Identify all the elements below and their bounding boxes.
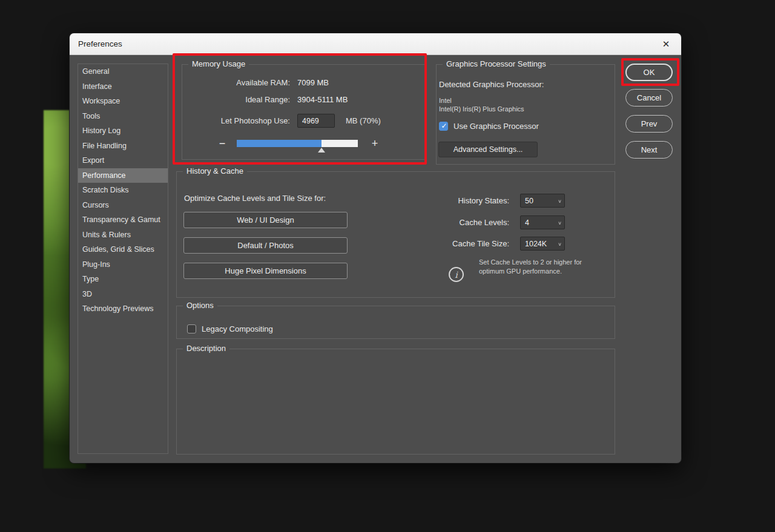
memory-usage-title: Memory Usage <box>188 59 249 68</box>
sidebar-item-file-handling[interactable]: File Handling <box>78 139 168 154</box>
memory-slider-track[interactable] <box>237 140 358 147</box>
options-section: Options ✓ Legacy Compositing <box>176 306 615 339</box>
options-title: Options <box>183 301 217 310</box>
ideal-range-row: Ideal Range: 3904-5111 MB <box>182 95 424 104</box>
sidebar-item-3d[interactable]: 3D <box>78 287 168 302</box>
memory-usage-section: Memory Usage Available RAM: 7099 MB Idea… <box>182 64 425 160</box>
cache-levels-row: Cache Levels: 4 ∨ <box>424 215 565 229</box>
advanced-settings-button[interactable]: Advanced Settings... <box>438 142 538 157</box>
use-graphics-processor-row: ✓ Use Graphics Processor <box>439 122 539 131</box>
sidebar-item-performance[interactable]: Performance <box>78 168 168 183</box>
cache-tile-size-row: Cache Tile Size: 1024K ∨ <box>424 237 565 251</box>
memory-slider-fill <box>237 140 322 147</box>
slider-increase-button[interactable]: + <box>369 137 381 149</box>
cancel-button[interactable]: Cancel <box>625 89 673 107</box>
sidebar-item-cursors[interactable]: Cursors <box>78 198 168 213</box>
ideal-range-label: Ideal Range: <box>182 95 290 104</box>
dialog-title: Preferences <box>78 39 122 48</box>
chevron-down-icon: ∨ <box>555 220 564 225</box>
close-button[interactable]: ✕ <box>658 33 674 55</box>
available-ram-value: 7099 MB <box>297 78 329 87</box>
prev-button[interactable]: Prev <box>625 115 673 133</box>
sidebar-item-history-log[interactable]: History Log <box>78 123 168 139</box>
use-graphics-processor-label[interactable]: Use Graphics Processor <box>453 122 539 131</box>
gpu-performance-note-line1: Set Cache Levels to 2 or higher for <box>479 258 582 267</box>
sidebar-item-technology-previews[interactable]: Technology Previews <box>78 301 168 317</box>
let-photoshop-use-row: Let Photoshop Use: MB (70%) <box>182 114 424 128</box>
gpu-performance-note: Set Cache Levels to 2 or higher for opti… <box>479 258 582 276</box>
legacy-compositing-checkbox[interactable]: ✓ <box>187 324 196 333</box>
cache-tile-size-select[interactable]: 1024K ∨ <box>520 237 565 251</box>
sidebar-item-scratch-disks[interactable]: Scratch Disks <box>78 183 168 198</box>
legacy-compositing-label[interactable]: Legacy Compositing <box>202 324 273 333</box>
sidebar-item-general[interactable]: General <box>78 64 168 79</box>
sidebar-item-guides-grid-slices[interactable]: Guides, Grid & Slices <box>78 242 168 257</box>
gpu-model: Intel(R) Iris(R) Plus Graphics <box>439 105 524 113</box>
history-states-label: History States: <box>424 196 509 205</box>
slider-decrease-button[interactable]: − <box>216 137 228 149</box>
cache-tile-size-value: 1024K <box>521 240 555 248</box>
dialog-titlebar: Preferences ✕ <box>70 33 681 55</box>
detected-gpu-label: Detected Graphics Processor: <box>439 80 544 89</box>
graphics-processor-title: Graphics Processor Settings <box>443 59 550 68</box>
cache-levels-value: 4 <box>521 218 555 227</box>
memory-slider: − + <box>216 137 381 149</box>
ok-button[interactable]: OK <box>625 64 673 81</box>
let-photoshop-use-input[interactable] <box>297 114 335 128</box>
use-graphics-processor-checkbox[interactable]: ✓ <box>439 122 448 131</box>
close-icon: ✕ <box>662 39 670 50</box>
optimize-cache-label: Optimize Cache Levels and Tile Size for: <box>184 194 326 203</box>
cache-levels-label: Cache Levels: <box>424 218 509 227</box>
cache-tile-size-label: Cache Tile Size: <box>424 239 509 248</box>
sidebar-item-workspace[interactable]: Workspace <box>78 94 168 109</box>
dialog-body: General Interface Workspace Tools Histor… <box>70 55 681 463</box>
gpu-performance-note-line2: optimum GPU performance. <box>479 267 582 276</box>
description-section: Description <box>176 349 615 455</box>
gpu-vendor: Intel <box>439 97 452 105</box>
history-states-select[interactable]: 50 ∨ <box>520 194 565 208</box>
chevron-down-icon: ∨ <box>555 198 564 203</box>
sidebar-item-units-rulers[interactable]: Units & Rulers <box>78 228 168 243</box>
description-title: Description <box>183 344 229 353</box>
memory-slider-thumb[interactable] <box>318 148 325 153</box>
info-icon: i <box>449 267 464 282</box>
sidebar-item-type[interactable]: Type <box>78 272 168 287</box>
sidebar-item-tools[interactable]: Tools <box>78 109 168 124</box>
history-cache-section: History & Cache Optimize Cache Levels an… <box>176 171 615 298</box>
mb-percent-label: MB (70%) <box>346 116 381 125</box>
legacy-compositing-row: ✓ Legacy Compositing <box>187 324 273 333</box>
info-icon-glyph: i <box>455 270 457 280</box>
ideal-range-value: 3904-5111 MB <box>297 95 348 104</box>
available-ram-label: Available RAM: <box>182 78 290 87</box>
sidebar-item-export[interactable]: Export <box>78 153 168 168</box>
preferences-dialog: Preferences ✕ General Interface Workspac… <box>70 33 681 463</box>
sidebar: General Interface Workspace Tools Histor… <box>78 64 168 454</box>
sidebar-item-transparency-gamut[interactable]: Transparency & Gamut <box>78 212 168 228</box>
desktop-background: Preferences ✕ General Interface Workspac… <box>0 0 775 532</box>
preset-web-ui-design-button[interactable]: Web / UI Design <box>183 212 348 228</box>
check-icon: ✓ <box>440 122 449 131</box>
sidebar-item-interface[interactable]: Interface <box>78 79 168 94</box>
cache-levels-select[interactable]: 4 ∨ <box>520 215 565 229</box>
next-button[interactable]: Next <box>625 141 673 159</box>
preset-default-photos-button[interactable]: Default / Photos <box>183 237 348 254</box>
graphics-processor-section: Graphics Processor Settings Detected Gra… <box>436 64 615 165</box>
preset-huge-pixel-dimensions-button[interactable]: Huge Pixel Dimensions <box>183 263 348 279</box>
history-cache-title: History & Cache <box>183 166 247 176</box>
history-states-value: 50 <box>521 197 555 205</box>
chevron-down-icon: ∨ <box>555 241 564 246</box>
sidebar-item-plug-ins[interactable]: Plug-Ins <box>78 257 168 272</box>
history-states-row: History States: 50 ∨ <box>424 194 565 208</box>
let-photoshop-use-label: Let Photoshop Use: <box>182 116 290 125</box>
available-ram-row: Available RAM: 7099 MB <box>182 78 424 87</box>
